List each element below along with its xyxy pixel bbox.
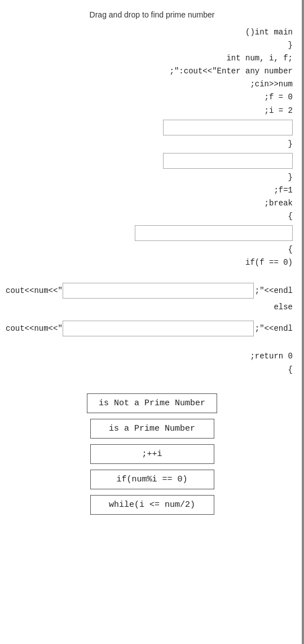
code-area: ()int main } int num, i, f; ;":cout<<"En… bbox=[0, 26, 304, 376]
drop-zone-1[interactable] bbox=[163, 120, 293, 135]
block-not-prime[interactable]: is Not a Prime Number bbox=[87, 393, 217, 413]
cout-suffix-1: ;"<<endl bbox=[254, 286, 293, 295]
line-cout-enter: ;":cout<<"Enter any number bbox=[6, 65, 293, 78]
block-while[interactable]: while(i <= num/2) bbox=[90, 495, 214, 515]
line-f0: ;f = 0 bbox=[6, 91, 293, 104]
drop-zone-cout1[interactable] bbox=[63, 283, 254, 299]
line-i2: ;i = 2 bbox=[6, 104, 293, 117]
line-break: ;break bbox=[6, 197, 293, 210]
line-brace-final: { bbox=[6, 363, 293, 376]
blocks-area: is Not a Prime Number is a Prime Number … bbox=[0, 388, 304, 520]
drop-zone-2[interactable] bbox=[163, 153, 293, 169]
line-brace5: { bbox=[6, 243, 293, 256]
line-brace3: } bbox=[6, 171, 293, 184]
cout-line-2: cout<<num<<" ;"<<endl bbox=[6, 321, 293, 336]
page-container: Drag and drop to find prime number ()int… bbox=[0, 0, 304, 644]
cout-line-1: cout<<num<<" ;"<<endl bbox=[6, 283, 293, 299]
line-brace4: { bbox=[6, 210, 293, 223]
header-instruction: Drag and drop to find prime number bbox=[0, 6, 304, 26]
line-int: int num, i, f; bbox=[6, 52, 293, 65]
block-if-mod[interactable]: if(num%i == 0) bbox=[90, 470, 214, 489]
drop-zone-cout2[interactable] bbox=[63, 321, 254, 336]
block-prime[interactable]: is a Prime Number bbox=[90, 419, 214, 439]
cout-suffix-2: ;"<<endl bbox=[254, 324, 293, 333]
line-return: ;return 0 bbox=[6, 350, 293, 363]
line-main: ()int main bbox=[6, 26, 293, 39]
cout-prefix-2: cout<<num<<" bbox=[6, 324, 63, 333]
line-f1: ;f=1 bbox=[6, 184, 293, 197]
block-inc[interactable]: ;++i bbox=[90, 444, 214, 464]
line-if-f: if(f == 0) bbox=[6, 256, 293, 269]
line-cin: ;cin>>num bbox=[6, 78, 293, 91]
right-border bbox=[302, 0, 304, 644]
line-brace2: } bbox=[6, 138, 293, 151]
line-else: else bbox=[6, 301, 293, 314]
cout-prefix-1: cout<<num<<" bbox=[6, 286, 63, 295]
drop-zone-3[interactable] bbox=[135, 225, 293, 241]
line-brace1: } bbox=[6, 39, 293, 52]
